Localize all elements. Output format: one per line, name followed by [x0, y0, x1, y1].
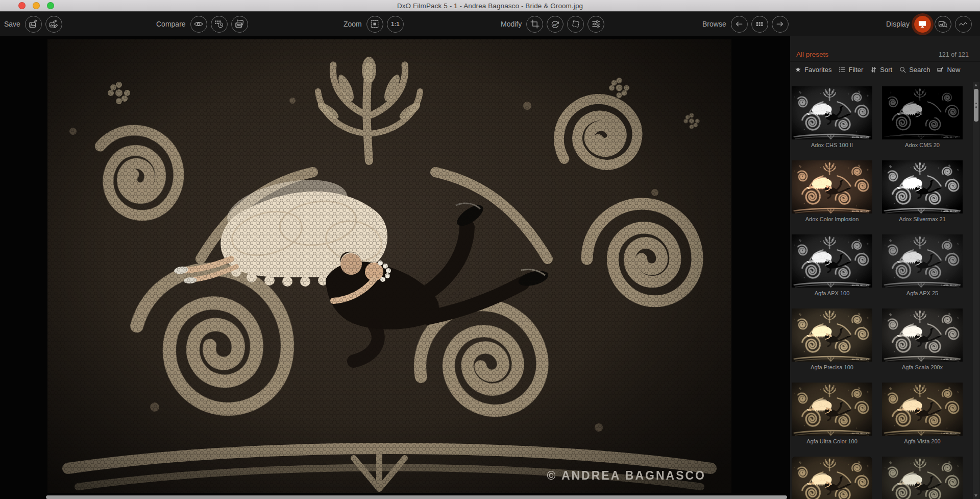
loupe-button[interactable] [935, 16, 951, 33]
horizontal-scrollbar[interactable] [46, 495, 787, 499]
image-magnifier-icon [938, 19, 948, 29]
app-window: DxO FilmPack 5 - 1 - Andrea Bagnasco - B… [0, 0, 980, 499]
photo-canvas[interactable] [47, 39, 731, 493]
preset-label: Agfa Precisa 100 [792, 364, 872, 371]
preset-tile[interactable] [792, 457, 872, 499]
export-edit-icon [48, 19, 59, 29]
search-label: Search [909, 66, 930, 74]
vertical-scrollbar [973, 82, 979, 499]
vertical-scrollbar-thumb[interactable] [974, 89, 978, 122]
search-button[interactable]: Search [899, 66, 930, 74]
export-to-app-button[interactable] [45, 16, 62, 33]
preset-thumbnail[interactable] [792, 160, 872, 213]
eye-icon [193, 19, 204, 29]
grip-dot [975, 103, 977, 105]
export-image-icon [28, 19, 38, 29]
export-image-button[interactable] [25, 16, 42, 33]
preset-thumbnail[interactable] [882, 383, 963, 436]
compare-side-by-side-button[interactable] [231, 16, 248, 33]
presets-count: 121 of 121 [939, 51, 969, 58]
scroll-down-arrow-icon[interactable] [974, 494, 977, 497]
browse-label: Browse [702, 20, 726, 28]
preset-tile[interactable]: Adox CHS 100 II [792, 86, 872, 160]
modify-label: Modify [501, 20, 522, 28]
preset-tile[interactable]: Adox CMS 20 [882, 86, 963, 160]
image-canvas [0, 36, 790, 499]
grid-icon [754, 19, 765, 29]
preset-label: Agfa APX 25 [882, 290, 963, 297]
preset-tile[interactable]: Agfa APX 25 [882, 234, 963, 308]
preset-thumbnail[interactable] [792, 86, 872, 139]
crop-icon [530, 19, 540, 29]
close-button[interactable] [18, 2, 26, 9]
preset-tile[interactable]: Agfa Scala 200x [882, 308, 963, 383]
preset-label: Adox Silvermax 21 [882, 216, 963, 223]
filter-label: Filter [848, 66, 863, 74]
toolbar-section-zoom: Zoom 1:1 [344, 12, 404, 36]
compare-original-button[interactable] [190, 16, 207, 33]
preset-thumbnail[interactable] [882, 160, 963, 213]
histogram-button[interactable] [955, 16, 972, 33]
titlebar: DxO FilmPack 5 - 1 - Andrea Bagnasco - B… [0, 0, 980, 12]
divider [790, 61, 980, 62]
new-preset-icon [937, 66, 944, 74]
star-icon [794, 66, 802, 74]
sort-arrows-icon [870, 66, 877, 74]
preset-thumbnail[interactable] [882, 457, 963, 499]
zoom-1to1-button[interactable]: 1:1 [387, 16, 404, 33]
presets-sidebar: All presets 121 of 121 Favorites Filter [790, 36, 980, 499]
preset-tile[interactable]: Agfa Vista 200 [882, 383, 963, 457]
fit-screen-icon [370, 19, 380, 29]
sort-button[interactable]: Sort [870, 66, 892, 74]
window-title: DxO FilmPack 5 - 1 - Andrea Bagnasco - B… [397, 2, 583, 10]
display-image-button[interactable] [914, 16, 931, 33]
presets-actions: Favorites Filter Sort [794, 64, 960, 75]
zoom-label: Zoom [344, 20, 362, 28]
content-area: All presets 121 of 121 Favorites Filter [0, 36, 980, 499]
preset-thumbnail[interactable] [792, 383, 872, 436]
scroll-up-arrow-icon[interactable] [974, 84, 977, 86]
preset-thumbnail[interactable] [882, 308, 963, 362]
crop-button[interactable] [526, 16, 543, 33]
preset-thumbnail[interactable] [882, 86, 963, 139]
magnifier-icon [899, 66, 906, 74]
new-preset-button[interactable]: New [937, 66, 960, 74]
preset-tile[interactable] [882, 457, 963, 499]
thumbnail-grid-button[interactable] [751, 16, 768, 33]
snapshots-clock-icon [214, 19, 224, 29]
zoom-button[interactable] [47, 2, 54, 9]
preset-thumbnail[interactable] [882, 234, 963, 288]
preset-thumbnail[interactable] [792, 308, 872, 362]
previous-image-button[interactable] [731, 16, 748, 33]
sliders-icon [591, 19, 601, 29]
rotate-90-button[interactable]: 90° [547, 16, 564, 33]
adjustments-button[interactable] [587, 16, 604, 33]
preset-tile[interactable]: Adox Silvermax 21 [882, 160, 963, 234]
favorites-label: Favorites [804, 66, 831, 74]
preset-label: Agfa Ultra Color 100 [792, 438, 872, 445]
preset-thumbnail[interactable] [792, 457, 872, 499]
preset-tile[interactable]: Adox Color Implosion [792, 160, 872, 234]
zoom-fit-button[interactable] [366, 16, 383, 33]
perspective-button[interactable] [567, 16, 584, 33]
next-image-button[interactable] [772, 16, 789, 33]
toolbar-section-modify: Modify 90° [501, 12, 604, 36]
arrow-right-icon [775, 19, 785, 29]
presets-panel-title: All presets [796, 51, 828, 58]
preset-tile[interactable]: Agfa Ultra Color 100 [792, 383, 872, 457]
compare-snapshots-button[interactable] [211, 16, 228, 33]
filter-button[interactable]: Filter [838, 66, 863, 74]
preset-label: Adox CHS 100 II [792, 142, 872, 149]
minimize-button[interactable] [33, 2, 40, 9]
favorites-button[interactable]: Favorites [794, 66, 831, 74]
preset-grid: Adox CHS 100 II Adox CMS 20 Adox Color I… [792, 86, 963, 499]
preset-tile[interactable]: Agfa APX 100 [792, 234, 872, 308]
preset-label: Agfa Vista 200 [882, 438, 963, 445]
toolbar-section-save: Save [4, 12, 62, 36]
sort-label: Sort [880, 66, 892, 74]
preset-thumbnail[interactable] [792, 234, 872, 288]
filter-list-icon [838, 66, 846, 74]
preset-tile[interactable]: Agfa Precisa 100 [792, 308, 872, 383]
toolbar-section-compare: Compare [156, 12, 248, 36]
rotate-90-icon: 90° [550, 19, 560, 30]
